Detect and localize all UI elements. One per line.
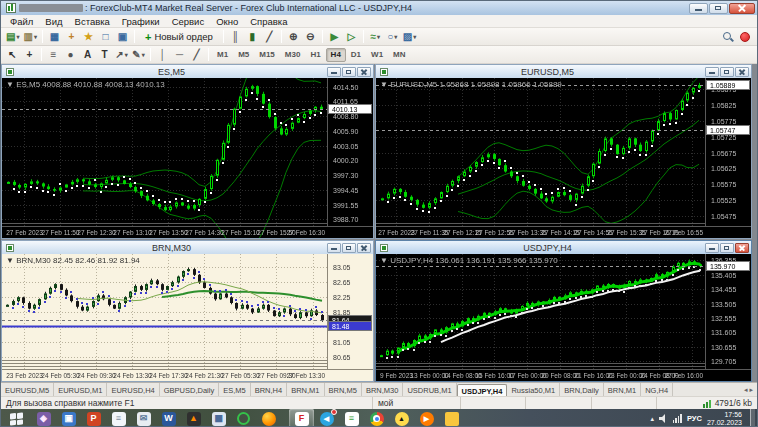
taskbar-app-notes[interactable]: ≡: [339, 409, 364, 427]
chart-tab[interactable]: BRN,Daily: [560, 383, 604, 396]
taskbar-app-firefox[interactable]: [256, 409, 281, 427]
chart-minimize-icon[interactable]: [327, 243, 341, 253]
auto-scroll-icon[interactable]: ▶: [326, 29, 343, 44]
line-chart-icon[interactable]: ╱: [261, 29, 278, 44]
taskbar-app-yandex-music[interactable]: ▲: [389, 409, 414, 427]
menu-item[interactable]: Окно: [210, 16, 244, 27]
chart-window-titlebar[interactable]: USDJPY,H4: [376, 241, 751, 254]
restore-icon[interactable]: [709, 3, 728, 14]
chart-canvas-usdjpy-h4[interactable]: [376, 254, 751, 381]
taskbar-app-mail[interactable]: ✉: [131, 409, 156, 427]
chart-tab[interactable]: Russia50,M1: [507, 383, 560, 396]
text-icon[interactable]: A: [79, 47, 96, 62]
chart-close-icon[interactable]: [735, 67, 749, 77]
timeframe-mn[interactable]: MN: [388, 48, 410, 62]
taskbar-app-forexclub-mt4[interactable]: F: [289, 409, 314, 427]
chart-window-titlebar[interactable]: ES,M5: [2, 65, 373, 78]
taskbar-app-paint-app[interactable]: ◈: [31, 409, 56, 427]
chart-tab[interactable]: EURUSD,M5: [1, 383, 54, 396]
language-indicator[interactable]: РУС: [687, 414, 702, 423]
chart-restore-icon[interactable]: [342, 243, 356, 253]
data-window-icon[interactable]: □: [97, 29, 114, 44]
close-icon[interactable]: [729, 3, 755, 14]
indicators-icon[interactable]: ≈▾: [367, 29, 384, 44]
vertical-line-icon[interactable]: │: [154, 47, 171, 62]
label-icon[interactable]: T: [96, 47, 113, 62]
profiles-icon[interactable]: ▥▾: [21, 29, 38, 44]
chart-tab[interactable]: EURUSD,H4: [107, 383, 159, 396]
start-button[interactable]: [1, 409, 31, 427]
menu-item[interactable]: Файл: [4, 16, 39, 27]
chart-close-icon[interactable]: [357, 243, 371, 253]
zoom-in-icon[interactable]: ⊕: [285, 29, 302, 44]
chart-minimize-icon[interactable]: [705, 67, 719, 77]
chart-tab[interactable]: BRN,M1: [604, 383, 641, 396]
chart-tab[interactable]: USDRUB,M1: [403, 383, 456, 396]
taskbar-clock[interactable]: 17:56 27.02.2023: [707, 411, 745, 427]
timeframe-w1[interactable]: W1: [366, 48, 388, 62]
taskbar-app-telegram[interactable]: ◀: [314, 409, 339, 427]
taskbar-app-media-player[interactable]: ▶: [414, 409, 439, 427]
taskbar-app-file-explorer[interactable]: [439, 409, 464, 427]
chart-window-titlebar[interactable]: EURUSD,M5: [376, 65, 751, 78]
taskbar-app-vlc[interactable]: ▲: [181, 409, 206, 427]
taskbar-app-powerpoint[interactable]: P: [81, 409, 106, 427]
market-watch-icon[interactable]: ▦: [46, 29, 63, 44]
chart-window-titlebar[interactable]: BRN,M30: [2, 241, 373, 254]
ellipse-icon[interactable]: ●: [62, 47, 79, 62]
crosshair-icon[interactable]: +: [21, 47, 38, 62]
taskbar-app-green-ring-app[interactable]: [231, 409, 256, 427]
chart-restore-icon[interactable]: [720, 67, 734, 77]
tab-scroll-arrows[interactable]: ◂ ▸: [740, 383, 757, 396]
strategy-tester-icon[interactable]: ▣: [114, 29, 131, 44]
arrows-tool-icon[interactable]: ↗▾: [113, 47, 130, 62]
menu-item[interactable]: Справка: [244, 16, 293, 27]
minimize-icon[interactable]: [689, 3, 708, 14]
chart-canvas-brn-m30[interactable]: [2, 254, 373, 381]
navigator-icon[interactable]: +: [63, 29, 80, 44]
timeframe-h4[interactable]: H4: [326, 48, 346, 62]
notifications-badge[interactable]: [740, 32, 750, 42]
horizontal-levels-icon[interactable]: ≡: [45, 47, 62, 62]
chart-close-icon[interactable]: [357, 67, 371, 77]
chart-tab[interactable]: BRN,M30: [362, 383, 404, 396]
taskbar-app-chrome[interactable]: [364, 409, 389, 427]
chart-tab[interactable]: ES,M5: [219, 383, 251, 396]
new-chart-icon[interactable]: ▤▾: [4, 29, 21, 44]
timeframe-m30[interactable]: M30: [280, 48, 306, 62]
timeframe-h1[interactable]: H1: [305, 48, 325, 62]
show-desktop-button[interactable]: [750, 409, 755, 427]
chart-shift-icon[interactable]: ▷: [343, 29, 360, 44]
taskbar-app-notepad[interactable]: ≡: [106, 409, 131, 427]
chart-restore-icon[interactable]: [342, 67, 356, 77]
timeframe-m15[interactable]: M15: [254, 48, 280, 62]
taskbar-app-photo-viewer[interactable]: ▦: [206, 409, 231, 427]
zoom-out-icon[interactable]: ⊖: [302, 29, 319, 44]
favorites-icon[interactable]: ★: [80, 29, 97, 44]
horizontal-line-icon[interactable]: ─: [171, 47, 188, 62]
chart-tab[interactable]: BRN,H4: [251, 383, 288, 396]
periods-icon[interactable]: ○▾: [384, 29, 401, 44]
candlestick-chart-icon[interactable]: ▮: [244, 29, 261, 44]
timeframe-d1[interactable]: D1: [346, 48, 366, 62]
taskbar-app-word[interactable]: W: [156, 409, 181, 427]
menu-item[interactable]: Вставка: [69, 16, 116, 27]
chart-tab[interactable]: EURUSD,M1: [54, 383, 107, 396]
chart-tab[interactable]: GBPUSD,Daily: [160, 383, 219, 396]
chart-canvas-eurusd-m5[interactable]: [376, 78, 751, 238]
cursor-icon[interactable]: ↖: [4, 47, 21, 62]
trendline-icon[interactable]: ╱: [188, 47, 205, 62]
chart-canvas-es-m5[interactable]: [2, 78, 373, 238]
menu-item[interactable]: Сервис: [166, 16, 211, 27]
chart-minimize-icon[interactable]: [705, 243, 719, 253]
taskbar-app-system-app[interactable]: ▣: [56, 409, 81, 427]
menu-item[interactable]: Вид: [39, 16, 68, 27]
network-icon[interactable]: [673, 414, 682, 423]
hidden-icons-arrow[interactable]: ▴: [650, 415, 654, 423]
chart-tab[interactable]: NG,H4: [641, 383, 673, 396]
bar-chart-icon[interactable]: ║: [227, 29, 244, 44]
chart-tab[interactable]: BRN,M5: [325, 383, 362, 396]
templates-icon[interactable]: ▨▾: [401, 29, 418, 44]
volume-icon[interactable]: [659, 414, 668, 423]
search-icon[interactable]: [722, 31, 734, 43]
